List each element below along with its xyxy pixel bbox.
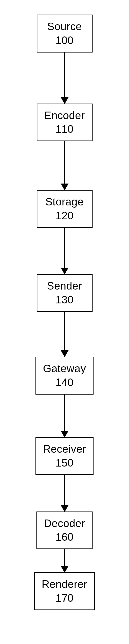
arrow-encoder-storage [64, 141, 65, 190]
flow-diagram: Source 100 Encoder 110 Storage 120 Sende… [0, 0, 129, 644]
node-decoder: Decoder 160 [36, 512, 93, 550]
node-sender: Sender 130 [37, 274, 92, 312]
node-sender-number: 130 [44, 294, 85, 306]
node-receiver: Receiver 150 [36, 437, 94, 475]
node-decoder-label: Decoder [44, 517, 85, 530]
node-encoder-number: 110 [44, 123, 85, 136]
node-encoder-label: Encoder [44, 109, 85, 122]
arrow-source-encoder [64, 52, 65, 104]
node-renderer-label: Renderer [42, 578, 87, 591]
node-receiver-label: Receiver [43, 443, 86, 456]
node-gateway-number: 140 [43, 376, 86, 389]
arrow-storage-sender [64, 228, 65, 274]
arrow-receiver-decoder [64, 475, 65, 512]
node-storage: Storage 120 [37, 190, 92, 228]
node-gateway-label: Gateway [43, 362, 86, 375]
node-receiver-number: 150 [43, 456, 86, 470]
node-source: Source 100 [37, 14, 92, 52]
node-decoder-number: 160 [44, 531, 85, 544]
node-sender-label: Sender [44, 280, 85, 292]
node-renderer: Renderer 170 [34, 572, 95, 610]
arrow-decoder-renderer [64, 549, 65, 572]
node-encoder: Encoder 110 [37, 104, 92, 142]
node-gateway: Gateway 140 [36, 357, 94, 394]
node-source-label: Source [44, 20, 85, 33]
node-storage-number: 120 [44, 209, 85, 222]
node-source-number: 100 [44, 34, 85, 47]
arrow-sender-gateway [64, 312, 65, 357]
node-storage-label: Storage [44, 196, 85, 208]
arrow-gateway-receiver [64, 394, 65, 437]
node-renderer-number: 170 [42, 592, 87, 604]
